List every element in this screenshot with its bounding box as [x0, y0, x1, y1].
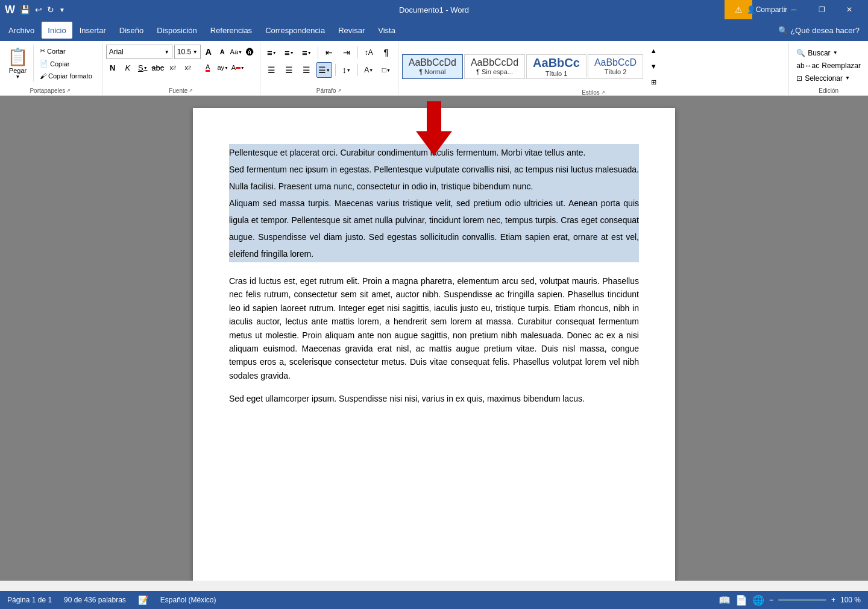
- menu-item-archivo[interactable]: Archivo: [2, 22, 40, 39]
- highlight-button[interactable]: ay▼: [216, 61, 230, 74]
- font-family-selector[interactable]: Arial ▼: [106, 45, 172, 59]
- multilevel-list-button[interactable]: ≡▼: [299, 45, 315, 60]
- read-mode-icon[interactable]: 📖: [719, 595, 731, 606]
- restore-button[interactable]: ❐: [808, 0, 835, 19]
- status-left: Página 1 de 1 90 de 436 palabras 📝 Españ…: [7, 595, 216, 605]
- customize-qat-icon[interactable]: ▼: [59, 7, 65, 13]
- word-count: 90 de 436 palabras: [64, 596, 126, 604]
- menu-item-referencias[interactable]: Referencias: [204, 22, 258, 39]
- styles-scroll-up[interactable]: ▲: [647, 45, 659, 57]
- minimize-button[interactable]: ─: [780, 0, 808, 19]
- underline-button[interactable]: S▼: [136, 61, 149, 74]
- strikethrough-button[interactable]: abc: [151, 61, 165, 74]
- clipboard-group: 📋 Pegar ▼ ✂ Cortar 📄 Copiar: [0, 42, 102, 95]
- format-painter-button[interactable]: 🖌 Copiar formato: [37, 71, 95, 81]
- styles-scroll-down[interactable]: ▼: [647, 60, 659, 72]
- copy-button[interactable]: 📄 Copiar: [37, 58, 95, 69]
- paragraph-group-label[interactable]: Párrafo ↗: [264, 86, 394, 94]
- bold-button[interactable]: N: [106, 61, 119, 74]
- editing-group-content: 🔍 Buscar ▼ ab↔ac Reemplazar ⊡ Selecciona…: [793, 45, 864, 86]
- undo-icon[interactable]: ↩: [35, 5, 42, 14]
- justify-button[interactable]: ☰▼: [316, 62, 332, 78]
- menu-item-diseno[interactable]: Diseño: [113, 22, 149, 39]
- menu-item-vista[interactable]: Vista: [372, 22, 401, 39]
- print-layout-icon[interactable]: 📄: [735, 595, 747, 606]
- clear-format-button[interactable]: 🅐: [244, 46, 256, 58]
- superscript-button[interactable]: x2: [181, 61, 195, 74]
- close-button[interactable]: ✕: [835, 0, 863, 19]
- web-layout-icon[interactable]: 🌐: [752, 595, 764, 606]
- save-icon[interactable]: 💾: [20, 5, 30, 14]
- styles-expand[interactable]: ⊞: [647, 76, 659, 88]
- menu-item-revisar[interactable]: Revisar: [332, 22, 371, 39]
- styles-dialog-icon: ↗: [601, 90, 605, 95]
- spell-check-icon[interactable]: 📝: [138, 595, 148, 605]
- zoom-slider[interactable]: [778, 599, 826, 601]
- paragraph-dialog-icon: ↗: [338, 88, 342, 93]
- change-case-button[interactable]: Aa▼: [230, 46, 242, 58]
- menu-item-correspondencia[interactable]: Correspondencia: [259, 22, 331, 39]
- shrink-font-button[interactable]: A: [216, 46, 228, 58]
- menu-item-disposicion[interactable]: Disposición: [151, 22, 203, 39]
- font-size-selector[interactable]: 10.5 ▼: [174, 45, 201, 59]
- increase-indent-button[interactable]: ⇥: [339, 45, 354, 60]
- style-title1-name: Título 1: [546, 70, 568, 77]
- line-spacing-button[interactable]: ↕▼: [339, 62, 354, 78]
- language[interactable]: Español (México): [160, 596, 216, 604]
- select-dropdown-icon: ▼: [845, 75, 850, 81]
- share-button[interactable]: 👤 Compartir: [752, 0, 780, 19]
- clipboard-group-label[interactable]: Portapapeles ↗: [4, 86, 97, 94]
- show-marks-button[interactable]: ¶: [379, 45, 394, 60]
- redo-icon[interactable]: ↻: [47, 5, 54, 14]
- style-normal[interactable]: AaBbCcDd ¶ Normal: [402, 54, 463, 79]
- borders-button[interactable]: □▼: [379, 62, 394, 78]
- font-color-dropdown[interactable]: A ▼: [231, 61, 245, 74]
- status-bar: Página 1 de 1 90 de 436 palabras 📝 Españ…: [0, 591, 868, 609]
- status-right: 📖 📄 🌐 − + 100 %: [719, 595, 861, 606]
- search-button[interactable]: 🔍 Buscar ▼: [793, 48, 841, 58]
- font-color-icon: A: [206, 63, 210, 72]
- paste-button[interactable]: 📋 Pegar ▼: [4, 45, 34, 82]
- style-title2[interactable]: AaBbCcD Título 2: [588, 54, 643, 79]
- style-title1-preview: AaBbCc: [533, 56, 580, 70]
- align-right-button[interactable]: ☰: [299, 62, 315, 78]
- decrease-indent-button[interactable]: ⇤: [321, 45, 337, 60]
- styles-group-content: AaBbCcDd ¶ Normal AaBbCcDd ¶ Sin espa...…: [402, 45, 785, 88]
- font-color-button[interactable]: A: [201, 61, 215, 74]
- shading-button[interactable]: A▼: [361, 62, 377, 78]
- title-bar: W 💾 ↩ ↻ ▼ Documento1 - Word ⚠ 👤 Comparti…: [0, 0, 868, 19]
- styles-group-label[interactable]: Estilos ↗: [402, 88, 785, 96]
- font-size-dropdown-icon: ▼: [193, 49, 198, 55]
- zoom-out-icon[interactable]: −: [769, 596, 773, 604]
- replace-button[interactable]: ab↔ac Reemplazar: [793, 60, 864, 71]
- menu-item-insertar[interactable]: Insertar: [74, 22, 112, 39]
- select-button[interactable]: ⊡ Seleccionar ▼: [793, 73, 854, 84]
- copy-icon: 📄: [40, 60, 48, 68]
- menu-item-inicio[interactable]: Inicio: [42, 22, 72, 39]
- menu-item-help[interactable]: 🔍 ¿Qué desea hacer?: [772, 22, 866, 39]
- clipboard-dialog-icon: ↗: [66, 88, 71, 93]
- replace-icon: ab↔ac: [796, 62, 819, 70]
- style-no-space[interactable]: AaBbCcDd ¶ Sin espa...: [464, 54, 525, 79]
- search-icon: 🔍: [796, 49, 805, 57]
- document-page[interactable]: Pellentesque et placerat orci. Curabitur…: [193, 108, 675, 581]
- align-center-button[interactable]: ☰: [281, 62, 297, 78]
- editing-group-label: Edición: [793, 86, 864, 94]
- italic-button[interactable]: K: [121, 61, 134, 74]
- paste-dropdown-icon: ▼: [16, 74, 20, 80]
- style-title2-preview: AaBbCcD: [594, 57, 637, 68]
- style-title1[interactable]: AaBbCc Título 1: [526, 54, 587, 79]
- zoom-in-icon[interactable]: +: [831, 596, 835, 604]
- subscript-button[interactable]: x2: [166, 61, 180, 74]
- ribbon: 📋 Pegar ▼ ✂ Cortar 📄 Copiar: [0, 41, 868, 96]
- underline-color-icon: A: [231, 64, 236, 71]
- font-group-label[interactable]: Fuente ↗: [106, 86, 256, 94]
- grow-font-button[interactable]: A: [203, 46, 215, 58]
- bullets-button[interactable]: ≡▼: [264, 45, 280, 60]
- numbering-button[interactable]: ≡▼: [281, 45, 297, 60]
- sort-button[interactable]: ↕A: [361, 45, 377, 60]
- ribbon-content: 📋 Pegar ▼ ✂ Cortar 📄 Copiar: [0, 42, 868, 95]
- style-no-space-preview: AaBbCcDd: [471, 57, 518, 68]
- cut-button[interactable]: ✂ Cortar: [37, 46, 95, 56]
- align-left-button[interactable]: ☰: [264, 62, 280, 78]
